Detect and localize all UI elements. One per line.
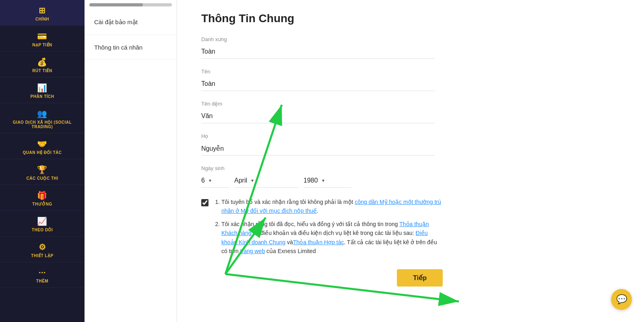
sidebar-item-thuong[interactable]: 🎁 THƯỞNG	[0, 185, 85, 211]
agreement-item-1: Tôi tuyên bố và xác nhận rằng tôi không …	[221, 197, 443, 216]
people-icon: 👥	[37, 109, 47, 118]
year-select[interactable]: 1980 ▾	[303, 174, 352, 188]
label-ten-dem: Tên đệm	[201, 101, 620, 107]
day-select[interactable]: 6 ▾	[201, 174, 229, 188]
form-group-ten: Tên	[201, 69, 620, 91]
day-value: 6	[201, 177, 205, 184]
checkbox-wrapper[interactable]	[201, 199, 208, 208]
agreement-checkbox[interactable]	[201, 199, 208, 206]
month-chevron-icon: ▾	[251, 178, 254, 183]
agreement-text: Tôi tuyên bố và xác nhận rằng tôi không …	[214, 197, 443, 260]
label-ten: Tên	[201, 69, 620, 75]
sidebar-label-phan-tich: PHÂN TÍCH	[31, 94, 54, 99]
sidebar-item-thiet-lap[interactable]: ⚙ THIẾT LẬP	[0, 237, 85, 262]
main-content: Thông Tin Chung Danh xưng Tên Tên đệm Họ…	[177, 0, 644, 322]
form-group-ho: Họ	[201, 133, 620, 156]
sidebar-label-thuong: THƯỞNG	[32, 202, 52, 206]
sidebar-item-cuoc-thi[interactable]: 🏆 CÁC CUỘC THI	[0, 159, 85, 185]
sidebar-label-nap-tien: NẠP TIỀN	[32, 43, 52, 47]
sidebar-item-them[interactable]: ··· THÊM	[0, 262, 85, 288]
grid-icon: ⊞	[39, 6, 46, 15]
year-value: 1980	[303, 177, 318, 184]
month-value: April	[234, 177, 247, 184]
sidebar-label-quan-he: QUAN HỆ ĐỐI TÁC	[23, 150, 62, 155]
sidebar-item-rut-tien[interactable]: 💰 RÚT TIỀN	[0, 52, 85, 77]
trophy-icon: 🏆	[37, 165, 47, 175]
agreement-section: Tôi tuyên bố và xác nhận rằng tôi không …	[201, 197, 443, 260]
chart-icon: 📊	[37, 83, 47, 93]
day-chevron-icon: ▾	[209, 178, 211, 183]
sidebar-item-chinh[interactable]: ⊞ CHÍNH	[0, 0, 85, 26]
sidebar-label-cuoc-thi: CÁC CUỘC THI	[27, 176, 58, 181]
sidebar-label-chinh: CHÍNH	[35, 17, 49, 21]
sidebar-label-theo-doi: THEO DÕI	[32, 228, 53, 232]
middle-item-thong-tin-ca-nhan[interactable]: Thông tin cá nhân	[85, 35, 177, 60]
sidebar-item-giao-dich[interactable]: 👥 GIAO DỊCH XÃ HỘI (SOCIAL TRADING)	[0, 103, 85, 133]
link-partnership-agreement[interactable]: Thỏa thuận Hợp tác	[293, 239, 344, 245]
sidebar-label-thiet-lap: THIẾT LẬP	[31, 253, 53, 258]
input-ten-dem[interactable]	[201, 109, 435, 123]
link-website[interactable]: trang web	[240, 248, 265, 254]
form-group-danh-xung: Danh xưng	[201, 36, 620, 59]
link-us-citizen[interactable]: công dân Mỹ hoặc một thường trú nhân ở M…	[221, 199, 441, 214]
agreement-item-2: Tôi xác nhận rằng tôi đã đọc, hiểu và đồ…	[221, 220, 443, 256]
label-danh-xung: Danh xưng	[201, 36, 620, 42]
sidebar-item-phan-tich[interactable]: 📊 PHÂN TÍCH	[0, 77, 85, 103]
agreement-list: Tôi tuyên bố và xác nhận rằng tôi không …	[214, 197, 443, 256]
input-danh-xung[interactable]	[201, 45, 435, 59]
year-chevron-icon: ▾	[322, 178, 324, 183]
input-ho[interactable]	[201, 141, 435, 156]
date-row: 6 ▾ April ▾ 1980 ▾	[201, 174, 435, 188]
chat-icon: 💬	[616, 294, 627, 305]
sidebar-label-giao-dich: GIAO DỊCH XÃ HỘI (SOCIAL TRADING)	[3, 120, 81, 129]
more-icon: ···	[39, 268, 46, 277]
label-ngay-sinh: Ngày sinh	[201, 165, 620, 171]
chat-button[interactable]: 💬	[611, 289, 632, 310]
input-ten[interactable]	[201, 77, 435, 91]
sidebar: ⊞ CHÍNH 💳 NẠP TIỀN 💰 RÚT TIỀN 📊 PHÂN TÍC…	[0, 0, 85, 322]
card-icon: 💳	[37, 31, 47, 41]
sidebar-label-rut-tien: RÚT TIỀN	[32, 69, 52, 73]
handshake-icon: 🤝	[37, 139, 47, 149]
page-title: Thông Tin Chung	[201, 12, 620, 25]
label-ho: Họ	[201, 133, 620, 139]
sidebar-item-nap-tien[interactable]: 💳 NẠP TIỀN	[0, 26, 85, 52]
signal-icon: 📈	[37, 216, 47, 226]
gift-icon: 🎁	[37, 191, 47, 200]
sidebar-item-theo-doi[interactable]: 📈 THEO DÕI	[0, 211, 85, 237]
submit-button[interactable]: Tiếp	[397, 269, 443, 287]
sidebar-label-them: THÊM	[36, 279, 48, 283]
middle-panel: Cài đặt bảo mật Thông tin cá nhân	[85, 0, 177, 322]
link-customer-agreement[interactable]: Thỏa thuận Khách hàng	[221, 221, 429, 236]
month-select[interactable]: April ▾	[234, 174, 299, 188]
form-group-ngay-sinh: Ngày sinh 6 ▾ April ▾ 1980 ▾	[201, 165, 620, 188]
money-icon: 💰	[37, 57, 47, 67]
form-group-ten-dem: Tên đệm	[201, 101, 620, 123]
middle-item-cai-dat-bao-mat[interactable]: Cài đặt bảo mật	[85, 10, 177, 35]
gear-icon: ⚙	[39, 242, 46, 252]
sidebar-item-quan-he[interactable]: 🤝 QUAN HỆ ĐỐI TÁC	[0, 133, 85, 159]
